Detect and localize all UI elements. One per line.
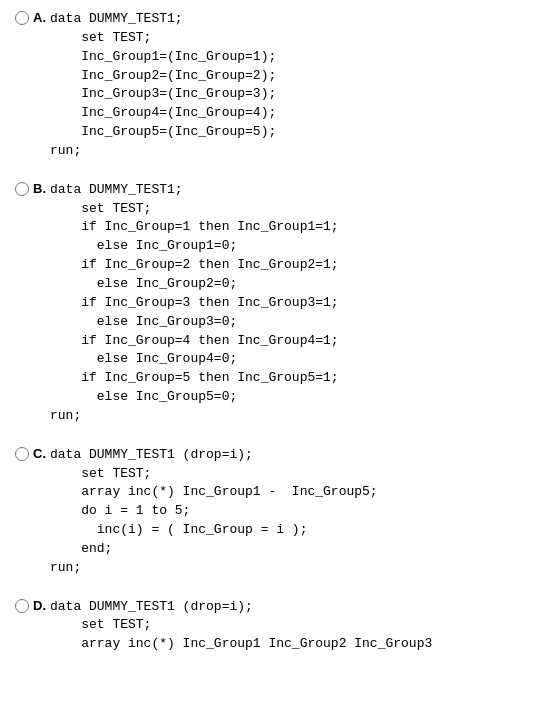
option-d-radio-container[interactable] <box>15 599 29 617</box>
option-d-label[interactable]: D. <box>33 598 46 613</box>
option-a-radio[interactable] <box>15 11 29 25</box>
option-a-code: data DUMMY_TEST1; set TEST; Inc_Group1=(… <box>50 10 276 161</box>
option-b-label[interactable]: B. <box>33 181 46 196</box>
option-a-label[interactable]: A. <box>33 10 46 25</box>
option-a-radio-container[interactable] <box>15 11 29 29</box>
option-d-block: D. data DUMMY_TEST1 (drop=i); set TEST; … <box>15 598 523 655</box>
option-b-radio-container[interactable] <box>15 182 29 200</box>
option-b-radio[interactable] <box>15 182 29 196</box>
option-c-label[interactable]: C. <box>33 446 46 461</box>
option-d-radio[interactable] <box>15 599 29 613</box>
option-c-radio-container[interactable] <box>15 447 29 465</box>
option-a-block: A. data DUMMY_TEST1; set TEST; Inc_Group… <box>15 10 523 161</box>
option-c-block: C. data DUMMY_TEST1 (drop=i); set TEST; … <box>15 446 523 578</box>
option-d-code: data DUMMY_TEST1 (drop=i); set TEST; arr… <box>50 598 432 655</box>
option-c-radio[interactable] <box>15 447 29 461</box>
option-b-code: data DUMMY_TEST1; set TEST; if Inc_Group… <box>50 181 339 426</box>
option-c-code: data DUMMY_TEST1 (drop=i); set TEST; arr… <box>50 446 378 578</box>
option-b-block: B. data DUMMY_TEST1; set TEST; if Inc_Gr… <box>15 181 523 426</box>
